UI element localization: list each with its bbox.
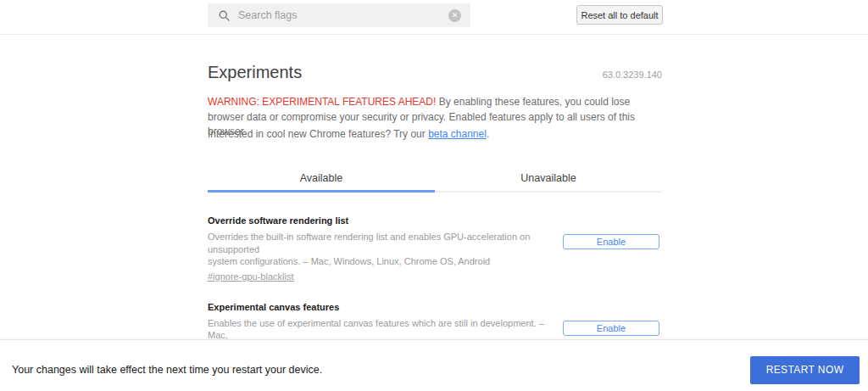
warning-highlight: WARNING: EXPERIMENTAL FEATURES AHEAD! [208, 96, 436, 108]
enable-button[interactable]: Enable [563, 321, 659, 336]
flag-description: Overrides the built-in software renderin… [208, 231, 550, 268]
tab-available[interactable]: Available [208, 170, 435, 193]
flag-row-ignore-gpu-blacklist: Override software rendering list Overrid… [208, 208, 662, 283]
version-label: 63.0.3239.140 [603, 70, 662, 80]
flag-title: Override software rendering list [208, 215, 662, 226]
reset-all-button[interactable]: Reset all to default [576, 5, 663, 25]
beta-suffix: . [487, 128, 489, 140]
search-icon [218, 9, 231, 22]
tab-strip: Available Unavailable [208, 170, 662, 193]
beta-channel-line: Interested in cool new Chrome features? … [208, 128, 489, 140]
clear-search-icon[interactable]: ✕ [448, 9, 461, 22]
restart-now-button[interactable]: RESTART NOW [750, 356, 860, 384]
search-flags-box[interactable]: ✕ [208, 3, 470, 27]
beta-prefix: Interested in cool new Chrome features? … [208, 128, 428, 140]
tab-unavailable[interactable]: Unavailable [435, 170, 662, 193]
page-title: Experiments [208, 63, 302, 82]
enable-button[interactable]: Enable [563, 234, 659, 249]
restart-message: Your changes will take effect the next t… [12, 364, 322, 376]
top-toolbar: ✕ Reset all to default [0, 0, 868, 35]
restart-bar: Your changes will take effect the next t… [0, 339, 868, 391]
flag-permalink[interactable]: #ignore-gpu-blacklist [208, 271, 294, 282]
flag-title: Experimental canvas features [208, 302, 662, 313]
beta-channel-link[interactable]: beta channel [428, 128, 487, 140]
search-input[interactable] [238, 9, 448, 21]
